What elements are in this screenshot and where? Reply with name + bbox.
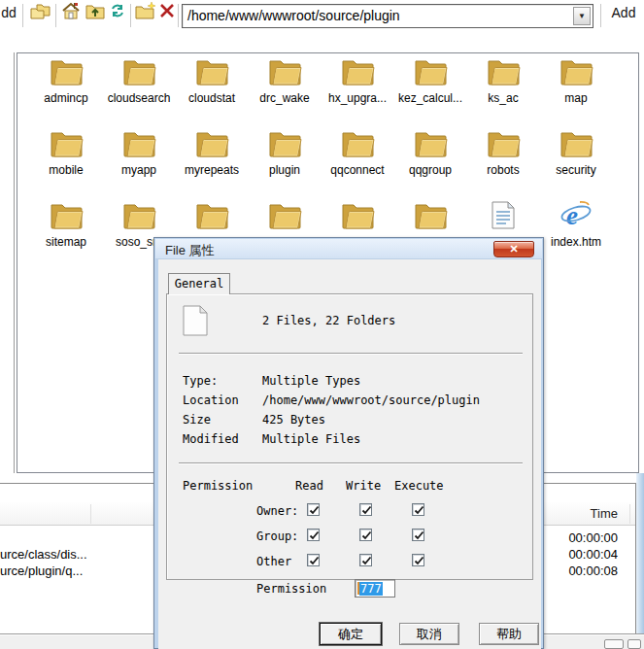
transfer-row-path[interactable]: urce/class/dis... [0, 547, 97, 562]
field-label: Modified [183, 432, 260, 446]
permission-checkbox[interactable] [307, 503, 320, 516]
folder-icon [30, 56, 102, 90]
address-combobox[interactable]: /home/www/wwwroot/source/plugin ▼ [182, 4, 593, 28]
folder-icon [103, 200, 175, 234]
permission-column-header: Execute [394, 479, 449, 493]
folder-item[interactable]: qqconnect [322, 128, 393, 177]
partial-button-stub[interactable] [604, 639, 624, 649]
permission-row-label: Other [256, 555, 305, 568]
toolbar-separator [22, 4, 23, 27]
folder-icon [394, 200, 466, 234]
field-value: Multiple Types [262, 374, 360, 388]
folder-item[interactable] [176, 200, 248, 235]
new-folder-button[interactable] [133, 0, 158, 25]
folder-icon [176, 56, 248, 90]
folder-item[interactable]: cloudsearch [103, 56, 175, 105]
folder-icon [176, 200, 248, 234]
column-divider[interactable] [629, 504, 630, 524]
partial-button-stub[interactable] [627, 639, 641, 649]
permission-checkbox[interactable] [359, 554, 372, 566]
tab-general[interactable]: General [168, 273, 230, 294]
folder-item[interactable]: cloudstat [176, 56, 248, 105]
general-tab-page: 2 Files, 22 Folders Type:Multiple TypesL… [166, 293, 533, 580]
dialog-client-area: General 2 Files, 22 Folders Type:Multipl… [158, 259, 541, 649]
file-label: myapp [103, 163, 175, 177]
field-label: Size [183, 413, 260, 427]
permission-checkbox[interactable] [359, 529, 372, 541]
home-button[interactable] [59, 0, 83, 25]
close-button[interactable]: ✕ [493, 241, 534, 257]
folder-item[interactable]: ks_ac [467, 56, 539, 105]
add-button[interactable]: Add [605, 0, 642, 25]
pane-divider[interactable] [14, 52, 16, 473]
permission-input[interactable]: 777 [355, 579, 395, 598]
folder-item[interactable] [249, 200, 321, 235]
folder-item[interactable]: kez_calcul... [394, 56, 466, 105]
permission-checkbox[interactable] [307, 529, 320, 541]
transfer-row-path[interactable]: urce/plugin/q... [0, 564, 97, 578]
permission-section-label: Permission [183, 479, 253, 493]
toolbar-separator [600, 4, 601, 27]
column-divider[interactable] [90, 504, 91, 524]
permission-checkbox[interactable] [307, 554, 320, 566]
permission-checkbox[interactable] [412, 503, 424, 516]
file-label: myrepeats [176, 163, 248, 177]
home-icon [61, 1, 81, 24]
folder-icon [540, 128, 612, 162]
folder-icon [30, 200, 102, 234]
file-label: qqconnect [322, 163, 393, 177]
summary-text: 2 Files, 22 Folders [262, 314, 395, 327]
permission-checkbox[interactable] [359, 503, 372, 516]
copy-folders-button[interactable] [27, 0, 52, 25]
file-label: ks_ac [467, 91, 539, 105]
folder-item[interactable]: security [540, 128, 612, 177]
folder-up-button[interactable] [84, 0, 107, 25]
address-value[interactable]: /home/www/wwwroot/source/plugin [187, 8, 400, 23]
folder-item[interactable] [394, 200, 466, 235]
folder-item[interactable]: plugin [249, 128, 321, 177]
cancel-button[interactable]: 取消 [399, 623, 459, 645]
delete-button[interactable] [156, 0, 178, 25]
permission-checkbox[interactable] [412, 529, 424, 541]
folder-icon [30, 128, 102, 162]
folder-item[interactable]: sitemap [30, 200, 102, 249]
address-dropdown-button[interactable]: ▼ [573, 7, 591, 25]
help-button[interactable]: 帮助 [479, 623, 539, 645]
window-frame-strip [636, 473, 644, 634]
file-label: kez_calcul... [394, 91, 466, 105]
file-item[interactable]: eindex.htm [540, 200, 612, 249]
time-column-header[interactable]: Time [591, 506, 618, 521]
field-value: 425 Bytes [262, 413, 325, 427]
folder-icon [322, 200, 393, 234]
folder-item[interactable]: myapp [103, 128, 175, 177]
folder-item[interactable]: map [540, 56, 612, 105]
folder-item[interactable]: admincp [30, 56, 102, 105]
separator [179, 462, 523, 464]
folder-item[interactable]: myrepeats [176, 128, 248, 177]
file-label: mobile [30, 163, 102, 177]
folder-item[interactable]: mobile [30, 128, 102, 177]
field-label: Type: [183, 374, 260, 388]
file-label: cloudsearch [103, 91, 175, 105]
close-icon: ✕ [509, 243, 518, 255]
folder-item[interactable] [322, 200, 393, 235]
ok-button[interactable]: 确定 [320, 623, 382, 645]
permission-checkbox[interactable] [412, 554, 424, 566]
toolbar-separator [55, 4, 56, 27]
folder-item[interactable]: drc_wake [249, 56, 321, 105]
file-item[interactable] [467, 200, 539, 235]
file-label: sitemap [30, 235, 102, 249]
folder-item[interactable]: qqgroup [394, 128, 466, 177]
folder-icon [467, 128, 539, 162]
dialog-titlebar[interactable]: File 属性 ✕ [155, 239, 542, 259]
folder-icon [467, 56, 539, 90]
delete-icon [159, 3, 175, 22]
refresh-button[interactable] [107, 0, 128, 25]
folder-icon [249, 56, 321, 90]
clipped-add-button[interactable]: dd [0, 0, 17, 25]
permission-row-label: Owner: [256, 504, 305, 518]
file-properties-dialog: File 属性 ✕ General 2 Files, 22 Folders Ty… [153, 237, 544, 649]
text-file-icon [467, 200, 539, 234]
folder-item[interactable]: robots [467, 128, 539, 177]
folder-item[interactable]: hx_upgra... [322, 56, 393, 105]
